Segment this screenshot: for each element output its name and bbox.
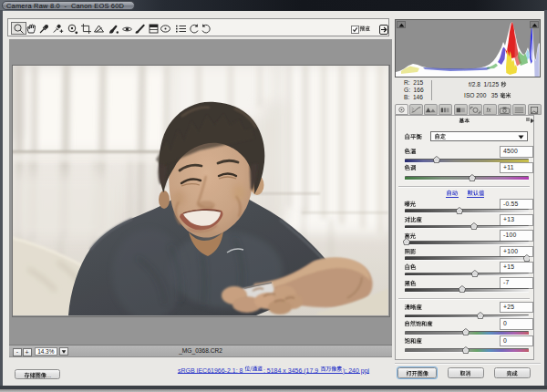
svg-text:fx: fx: [487, 107, 492, 113]
